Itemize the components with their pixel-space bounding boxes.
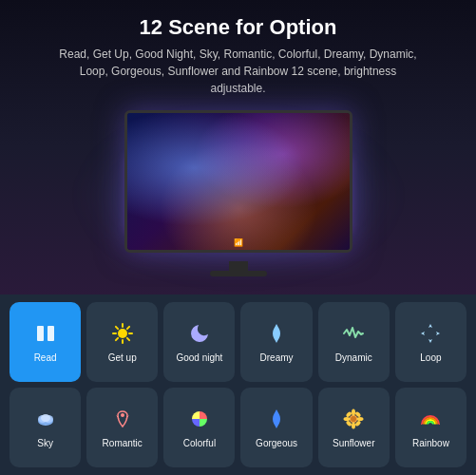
scene-label-goodnight: Good night bbox=[176, 352, 222, 363]
tv-wrapper: 📶 bbox=[105, 110, 371, 276]
page-title: 12 Scene for Option bbox=[140, 15, 337, 40]
scenes-grid: Read Get up bbox=[10, 302, 466, 467]
scene-item-colorful[interactable]: Colorful bbox=[163, 388, 235, 467]
svg-point-19 bbox=[344, 417, 351, 421]
scene-label-gorgeous: Gorgeous bbox=[256, 438, 297, 448]
scene-item-romantic[interactable]: Romantic bbox=[86, 388, 158, 467]
scene-item-rainbow[interactable]: Rainbow bbox=[395, 388, 466, 467]
scene-label-colorful: Colorful bbox=[183, 438, 216, 448]
scene-item-loop[interactable]: Loop bbox=[395, 302, 466, 382]
svg-point-20 bbox=[357, 417, 364, 421]
svg-point-14 bbox=[41, 414, 50, 422]
scene-item-gorgeous[interactable]: Gorgeous bbox=[240, 388, 312, 467]
tv-screen: 📶 bbox=[127, 113, 350, 250]
scene-label-romantic: Romantic bbox=[103, 438, 143, 448]
svg-line-7 bbox=[116, 326, 118, 328]
romantic-icon bbox=[111, 408, 134, 434]
tv-screen-inner bbox=[127, 113, 350, 250]
tv-stand-neck bbox=[229, 261, 248, 271]
svg-point-15 bbox=[121, 413, 124, 417]
scene-item-goodnight[interactable]: Good night bbox=[163, 302, 235, 382]
scene-item-getup[interactable]: Get up bbox=[86, 302, 158, 382]
dynamic-icon bbox=[342, 322, 365, 349]
sky-icon bbox=[34, 408, 57, 434]
scene-label-read: Read bbox=[34, 352, 57, 363]
svg-point-18 bbox=[352, 422, 355, 428]
svg-line-10 bbox=[116, 337, 118, 339]
scenes-section: Read Get up bbox=[0, 294, 476, 475]
scene-item-dynamic[interactable]: Dynamic bbox=[318, 302, 390, 382]
svg-line-9 bbox=[127, 326, 129, 328]
svg-point-25 bbox=[351, 416, 356, 422]
svg-line-8 bbox=[127, 337, 129, 339]
scene-label-sunflower: Sunflower bbox=[333, 438, 374, 448]
wifi-icon: 📶 bbox=[234, 238, 243, 247]
svg-rect-1 bbox=[48, 326, 54, 341]
dreamy-icon bbox=[265, 322, 288, 349]
getup-icon bbox=[111, 322, 134, 349]
svg-point-2 bbox=[118, 329, 127, 338]
tv-section: 12 Scene for Option Read, Get Up, Good N… bbox=[0, 0, 476, 294]
scene-item-dreamy[interactable]: Dreamy bbox=[240, 302, 312, 382]
goodnight-icon bbox=[188, 322, 211, 349]
sunflower-icon bbox=[342, 408, 365, 434]
tv-stand-base bbox=[210, 271, 267, 276]
scene-label-loop: Loop bbox=[420, 352, 441, 363]
scene-item-sunflower[interactable]: Sunflower bbox=[318, 388, 390, 467]
loop-icon bbox=[419, 322, 442, 349]
svg-point-17 bbox=[352, 408, 355, 415]
svg-rect-0 bbox=[37, 326, 44, 341]
colorful-icon bbox=[188, 408, 211, 434]
scene-item-read[interactable]: Read bbox=[10, 302, 81, 382]
scene-label-sky: Sky bbox=[37, 438, 53, 448]
scene-item-sky[interactable]: Sky bbox=[10, 388, 81, 467]
rainbow-icon bbox=[419, 408, 442, 434]
page-subtitle: Read, Get Up, Good Night, Sky, Romantic,… bbox=[58, 46, 419, 97]
tv-stand bbox=[210, 261, 267, 276]
main-container: 12 Scene for Option Read, Get Up, Good N… bbox=[0, 0, 476, 475]
scene-label-rainbow: Rainbow bbox=[412, 438, 449, 448]
tv-frame: 📶 bbox=[124, 110, 352, 253]
gorgeous-icon bbox=[265, 408, 288, 434]
read-icon bbox=[34, 322, 57, 349]
scene-label-dynamic: Dynamic bbox=[335, 352, 372, 363]
scene-label-getup: Get up bbox=[108, 352, 137, 363]
scene-label-dreamy: Dreamy bbox=[260, 352, 294, 363]
